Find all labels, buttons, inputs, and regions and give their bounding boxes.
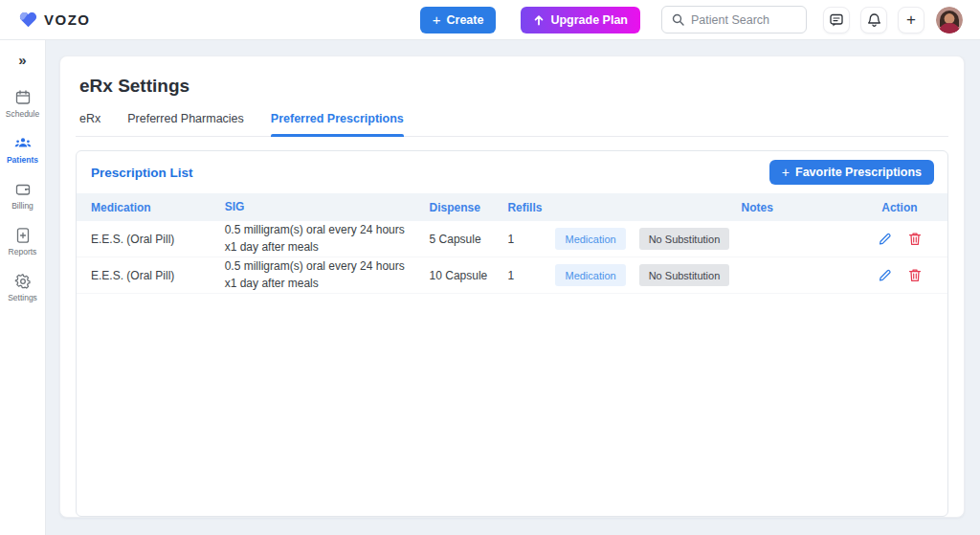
notifications-button[interactable] bbox=[860, 7, 887, 33]
calendar-icon bbox=[14, 89, 32, 106]
patient-search-input[interactable] bbox=[691, 13, 796, 27]
medication-cell: E.E.S. (Oral Pill) bbox=[77, 233, 225, 246]
dispense-cell: 5 Capsule bbox=[430, 233, 508, 246]
upgrade-plan-button[interactable]: Upgrade Plan bbox=[521, 7, 640, 33]
sidebar-item-label: Schedule bbox=[6, 109, 39, 119]
badges-cell: Medication No Substitution bbox=[555, 228, 729, 250]
col-header-notes: Notes bbox=[729, 201, 851, 214]
page-title: eRx Settings bbox=[76, 76, 948, 97]
sidebar-expand-button[interactable]: » bbox=[18, 52, 26, 68]
chat-icon bbox=[829, 12, 844, 28]
delete-icon[interactable] bbox=[908, 268, 922, 282]
sig-cell: 0.5 milligram(s) oral every 24 hours x1 … bbox=[225, 222, 430, 256]
sidebar-item-label: Patients bbox=[7, 155, 38, 165]
favorite-prescriptions-label: Favorite Prescriptions bbox=[795, 166, 922, 179]
table-header-row: Medication SIG Dispense Refills Notes Ac… bbox=[77, 193, 947, 221]
panel-title: Prescription List bbox=[91, 166, 193, 180]
sidebar-item-billing[interactable]: Billing bbox=[0, 181, 45, 211]
brand-logo[interactable]: VOZO bbox=[19, 11, 91, 28]
messages-button[interactable] bbox=[823, 7, 850, 33]
user-avatar[interactable] bbox=[936, 7, 963, 33]
arrow-up-icon bbox=[533, 14, 545, 26]
col-header-refills: Refills bbox=[507, 201, 555, 214]
tab-preferred-prescriptions[interactable]: Preferred Prescriptions bbox=[271, 112, 404, 136]
tab-preferred-pharmacies[interactable]: Preferred Pharmacies bbox=[127, 112, 244, 136]
quick-add-button[interactable]: + bbox=[898, 7, 924, 33]
sidebar-item-settings[interactable]: Settings bbox=[0, 273, 45, 302]
sig-cell: 0.5 milligram(s) oral every 24 hours x1 … bbox=[225, 258, 430, 292]
sidebar-item-label: Settings bbox=[8, 293, 37, 302]
favorite-prescriptions-button[interactable]: + Favorite Prescriptions bbox=[769, 160, 934, 185]
sidebar-item-patients[interactable]: Patients bbox=[0, 135, 45, 165]
col-header-sig: SIG bbox=[225, 199, 430, 215]
sidebar-item-reports[interactable]: Reports bbox=[0, 227, 45, 256]
report-file-icon bbox=[15, 227, 31, 244]
table-row: E.E.S. (Oral Pill) 0.5 milligram(s) oral… bbox=[77, 257, 947, 294]
brand-name: VOZO bbox=[44, 11, 91, 28]
plus-icon: + bbox=[906, 11, 916, 28]
prescription-list-panel: Prescription List + Favorite Prescriptio… bbox=[76, 150, 948, 517]
sidebar-item-label: Reports bbox=[9, 247, 37, 256]
panel-header: Prescription List + Favorite Prescriptio… bbox=[77, 151, 947, 193]
col-header-dispense: Dispense bbox=[430, 201, 508, 214]
plus-icon: + bbox=[433, 12, 441, 27]
plus-icon: + bbox=[782, 166, 790, 179]
bell-icon bbox=[867, 12, 881, 28]
wallet-icon bbox=[14, 181, 32, 198]
col-header-action: Action bbox=[852, 201, 947, 214]
sidebar: » Schedule Patients Billing Reports Sett… bbox=[0, 40, 46, 535]
topbar: VOZO + Create Upgrade Plan + bbox=[0, 0, 980, 40]
heart-logo-icon bbox=[19, 11, 37, 28]
create-button-label: Create bbox=[447, 13, 484, 27]
table-row: E.E.S. (Oral Pill) 0.5 milligram(s) oral… bbox=[77, 221, 947, 257]
refills-cell: 1 bbox=[507, 269, 555, 282]
refills-cell: 1 bbox=[507, 233, 555, 246]
tab-bar: eRx Preferred Pharmacies Preferred Presc… bbox=[76, 112, 948, 137]
sidebar-item-schedule[interactable]: Schedule bbox=[0, 89, 45, 119]
gear-icon bbox=[14, 273, 32, 290]
create-button[interactable]: + Create bbox=[420, 7, 497, 33]
search-icon bbox=[672, 13, 684, 26]
erx-settings-card: eRx Settings eRx Preferred Pharmacies Pr… bbox=[59, 56, 965, 518]
action-cell bbox=[852, 232, 947, 246]
medication-cell: E.E.S. (Oral Pill) bbox=[77, 269, 225, 282]
substitution-badge: No Substitution bbox=[639, 228, 730, 250]
patient-search-box[interactable] bbox=[661, 6, 807, 33]
delete-icon[interactable] bbox=[908, 232, 922, 246]
medication-type-badge: Medication bbox=[555, 264, 625, 286]
sidebar-item-label: Billing bbox=[11, 201, 33, 211]
col-header-medication: Medication bbox=[77, 201, 225, 214]
edit-icon[interactable] bbox=[878, 232, 892, 246]
medication-type-badge: Medication bbox=[555, 228, 625, 250]
substitution-badge: No Substitution bbox=[639, 264, 730, 286]
tab-erx[interactable]: eRx bbox=[79, 112, 100, 136]
action-cell bbox=[852, 268, 947, 282]
badges-cell: Medication No Substitution bbox=[555, 264, 729, 286]
edit-icon[interactable] bbox=[878, 268, 892, 282]
patients-icon bbox=[13, 135, 33, 152]
upgrade-plan-label: Upgrade Plan bbox=[550, 13, 628, 27]
dispense-cell: 10 Capsule bbox=[430, 269, 508, 282]
